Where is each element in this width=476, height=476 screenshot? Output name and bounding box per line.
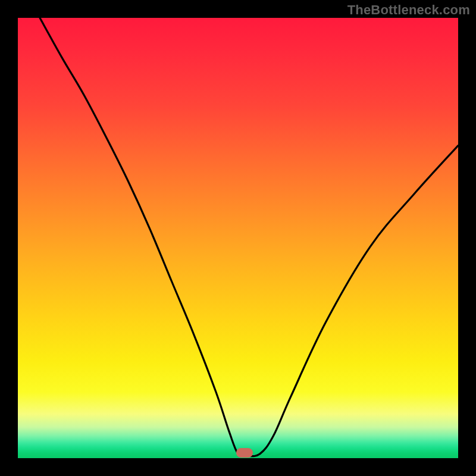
watermark-text: TheBottleneck.com — [347, 2, 470, 18]
plot-area — [18, 18, 458, 458]
chart-frame: TheBottleneck.com — [0, 0, 476, 476]
minimum-marker — [236, 448, 253, 458]
bottleneck-curve-path — [40, 18, 458, 456]
curve-svg — [18, 18, 458, 458]
